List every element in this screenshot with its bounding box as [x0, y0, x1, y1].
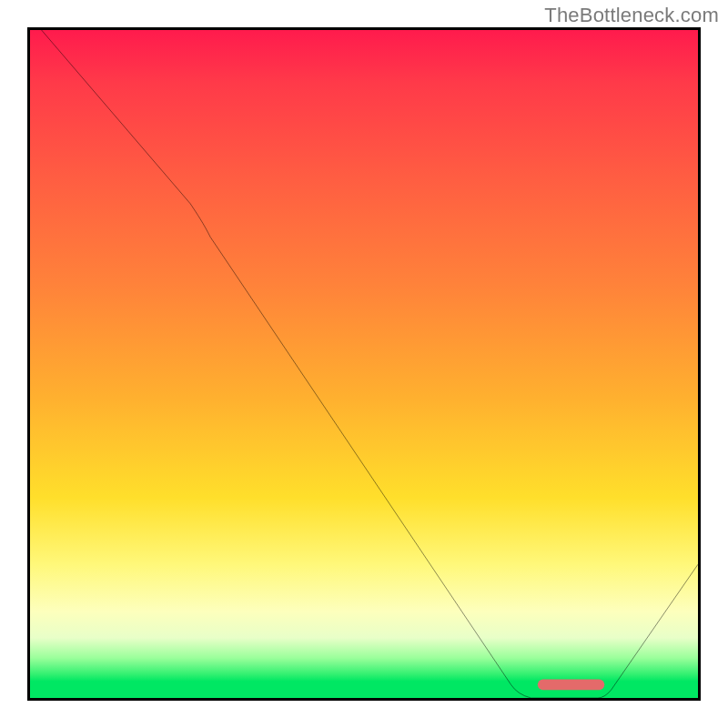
bottleneck-curve — [30, 30, 698, 698]
chart-plot-area — [30, 30, 698, 698]
chart-frame — [27, 27, 701, 701]
attribution-text: TheBottleneck.com — [544, 4, 719, 27]
optimal-range-marker — [538, 679, 604, 690]
chart-container: TheBottleneck.com — [0, 0, 728, 728]
